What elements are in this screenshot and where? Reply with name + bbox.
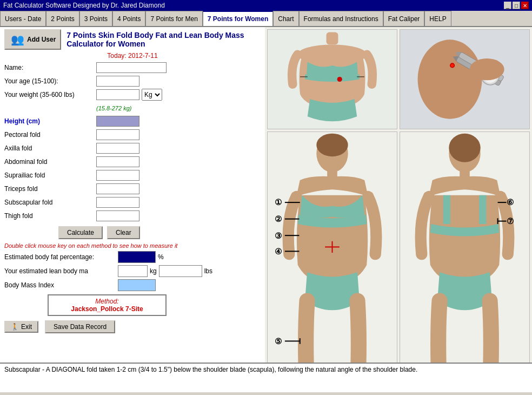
lean-result-value-lbs	[159, 265, 202, 277]
instruction-text: Double click mouse key on each method to…	[4, 242, 261, 249]
nav-4points[interactable]: 4 Points	[112, 11, 145, 26]
axilla-input[interactable]	[96, 143, 139, 154]
fat-result-label: Estimated body fat percentage:	[4, 253, 118, 261]
name-input[interactable]	[96, 62, 167, 73]
today-date: Today: 2012-7-11	[4, 52, 261, 60]
action-buttons: Calculate Clear	[58, 226, 261, 239]
close-btn[interactable]: ✕	[521, 2, 529, 9]
full-body-back-svg: ⑥ ⑦	[400, 132, 529, 363]
bottom-images: ① ② ③ ④ ⑤	[267, 131, 530, 363]
add-user-button[interactable]: 👥 Add User	[4, 29, 61, 50]
svg-point-18	[451, 64, 454, 67]
triceps-row: Triceps fold	[4, 183, 261, 195]
method-box: Method: Jackson_Pollock 7-Site	[48, 294, 167, 316]
nav-7points-women[interactable]: 7 Points for Women	[203, 11, 273, 26]
lean-result-unit-kg: kg	[150, 267, 157, 275]
exit-icon: 🚶	[11, 323, 19, 331]
page-title: 7 Points Skin Fold Body Fat and Lean Bod…	[66, 31, 261, 48]
nav-fat-caliper[interactable]: Fat Caliper	[383, 11, 425, 26]
lean-result-row: Your estimated lean body ma kg lbs	[4, 265, 261, 277]
exit-label: Exit	[21, 323, 32, 331]
add-user-label: Add User	[27, 36, 56, 43]
name-label: Name:	[4, 64, 96, 71]
svg-text:⑥: ⑥	[507, 198, 514, 207]
bmi-result-row: Body Mass Index	[4, 279, 261, 291]
nav-bar: Users - Date 2 Points 3 Points 4 Points …	[0, 11, 532, 27]
name-row: Name:	[4, 62, 261, 74]
thigh-label: Thigh fold	[4, 212, 96, 220]
svg-text:③: ③	[275, 232, 282, 240]
nav-3points[interactable]: 3 Points	[79, 11, 112, 26]
abdominal-row: Abdominal fold	[4, 156, 261, 168]
title-text: Fat Calculator Software Designed by Dr. …	[3, 2, 165, 9]
add-user-icon: 👥	[10, 32, 25, 47]
exit-button[interactable]: 🚶 Exit	[4, 321, 38, 333]
age-label: Your age (15-100):	[4, 77, 96, 85]
front-torso-image	[267, 29, 397, 129]
minimize-btn[interactable]: _	[504, 2, 511, 9]
lean-result-label: Your estimated lean body ma	[4, 267, 118, 275]
weight-note-row: (15.8-272 kg)	[4, 102, 261, 114]
svg-point-21	[316, 134, 348, 156]
method-value: Jackson_Pollock 7-Site	[53, 305, 161, 313]
fat-result-row: Estimated body fat percentage: %	[4, 251, 261, 263]
axilla-label: Axilla fold	[4, 144, 96, 152]
age-row: Your age (15-100):	[4, 75, 261, 87]
bmi-result-value	[118, 279, 156, 291]
results-section: Estimated body fat percentage: % Your es…	[4, 251, 261, 291]
status-bar: Subscapular - A DIAGONAL fold taken 1-2 …	[0, 363, 532, 392]
nav-2points[interactable]: 2 Points	[46, 11, 79, 26]
thigh-row: Thigh fold	[4, 210, 261, 222]
weight-unit-select[interactable]: Kg lbs	[142, 89, 162, 101]
left-panel: 👥 Add User 7 Points Skin Fold Body Fat a…	[0, 27, 265, 363]
nav-users-date[interactable]: Users - Date	[0, 11, 46, 26]
svg-text:④: ④	[275, 247, 282, 256]
height-label: Height (cm)	[4, 117, 96, 125]
svg-point-16	[470, 58, 504, 80]
suprailiac-input[interactable]	[96, 170, 139, 181]
bmi-result-label: Body Mass Index	[4, 281, 118, 289]
pectoral-label: Pectoral fold	[4, 131, 96, 139]
suprailiac-label: Suprailiac fold	[4, 172, 96, 179]
status-text: Subscapular - A DIAGONAL fold taken 1-2 …	[4, 366, 417, 373]
fat-result-unit: %	[158, 253, 164, 261]
svg-point-40	[449, 134, 480, 162]
nav-7points-men[interactable]: 7 Points for Men	[145, 11, 202, 26]
svg-text:①: ①	[275, 198, 282, 207]
bottom-buttons: 🚶 Exit Save Data Record	[4, 320, 261, 333]
right-panel: 0	[265, 27, 532, 363]
thigh-input[interactable]	[96, 210, 139, 221]
window-controls[interactable]: _ □ ✕	[504, 2, 529, 9]
weight-input[interactable]	[96, 89, 139, 100]
triceps-input[interactable]	[96, 183, 139, 194]
height-row: Height (cm)	[4, 115, 261, 127]
fat-result-value	[118, 251, 156, 263]
clear-button[interactable]: Clear	[107, 226, 140, 239]
nav-chart[interactable]: Chart	[273, 11, 298, 26]
age-input[interactable]	[96, 76, 139, 87]
svg-text:⑦: ⑦	[507, 217, 514, 226]
svg-point-7	[418, 40, 482, 119]
abdominal-input[interactable]	[96, 156, 139, 167]
content-area: 👥 Add User 7 Points Skin Fold Body Fat a…	[0, 27, 532, 363]
front-torso-svg	[268, 30, 397, 129]
nav-help[interactable]: HELP	[424, 11, 451, 26]
svg-rect-1	[327, 32, 338, 45]
abdominal-label: Abdominal fold	[4, 158, 96, 166]
lean-result-unit-lbs: lbs	[204, 267, 212, 275]
weight-note: (15.8-272 kg)	[96, 105, 131, 111]
title-bar: Fat Calculator Software Designed by Dr. …	[0, 0, 532, 11]
full-body-back-image: ⑥ ⑦	[400, 131, 530, 363]
pectoral-input[interactable]	[96, 129, 139, 140]
height-input[interactable]	[96, 116, 139, 127]
save-button[interactable]: Save Data Record	[45, 320, 115, 333]
subscapular-input[interactable]	[96, 197, 139, 208]
calculate-button[interactable]: Calculate	[58, 226, 103, 239]
form-section: Name: Your age (15-100): Your weight (35…	[4, 62, 261, 222]
svg-text:⑤: ⑤	[275, 337, 282, 346]
nav-formulas[interactable]: Formulas and Instructions	[299, 11, 383, 26]
subscapular-label: Subscapular fold	[4, 199, 96, 206]
caliper-image: 0	[400, 29, 530, 129]
weight-row: Your weight (35-600 lbs) Kg lbs	[4, 89, 261, 101]
maximize-btn[interactable]: □	[513, 2, 520, 9]
